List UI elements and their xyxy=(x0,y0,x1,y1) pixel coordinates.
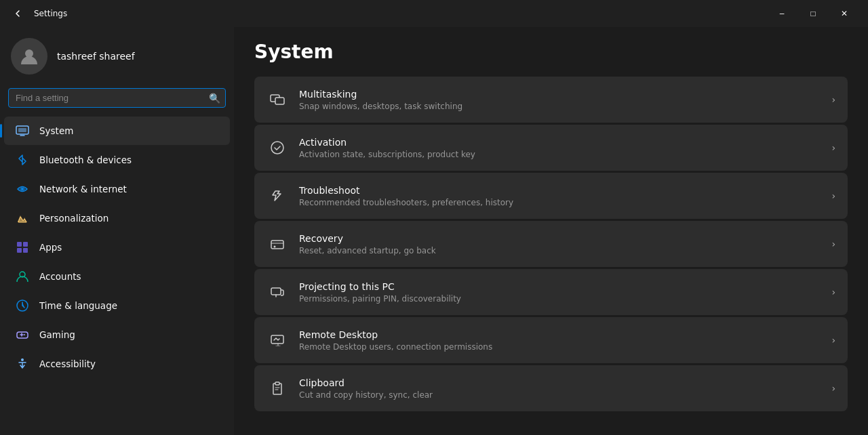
svg-point-17 xyxy=(274,246,276,248)
svg-point-15 xyxy=(271,142,283,154)
page-title: System xyxy=(254,41,848,63)
sidebar-item-label-accessibility: Accessibility xyxy=(39,358,96,369)
search-box: 🔍 xyxy=(8,88,226,108)
chevron-icon: › xyxy=(831,383,835,394)
multitasking-title: Multitasking xyxy=(299,89,826,100)
settings-list: Multitasking Snap windows, desktops, tas… xyxy=(254,77,848,411)
chevron-icon: › xyxy=(831,335,835,346)
sidebar-item-label-apps: Apps xyxy=(39,242,62,253)
sidebar-item-label-network: Network & internet xyxy=(39,184,127,194)
window-controls: – □ ✕ xyxy=(766,3,860,24)
remotedesktop-title: Remote Desktop xyxy=(299,329,826,340)
multitasking-icon xyxy=(267,89,288,110)
troubleshoot-subtitle: Recommended troubleshooters, preferences… xyxy=(299,198,826,207)
chevron-icon: › xyxy=(831,287,835,297)
sidebar-item-label-personalization: Personalization xyxy=(39,213,108,224)
settings-item-recovery[interactable]: Recovery Reset, advanced startup, go bac… xyxy=(254,221,848,267)
projecting-subtitle: Permissions, pairing PIN, discoverabilit… xyxy=(299,294,826,304)
svg-point-12 xyxy=(21,358,24,361)
search-input[interactable] xyxy=(8,88,226,108)
user-profile[interactable]: tashreef shareef xyxy=(0,27,234,88)
settings-item-multitasking[interactable]: Multitasking Snap windows, desktops, tas… xyxy=(254,77,848,123)
network-icon xyxy=(15,182,30,196)
activation-subtitle: Activation state, subscriptions, product… xyxy=(299,150,826,159)
projecting-icon xyxy=(267,281,288,303)
clipboard-subtitle: Cut and copy history, sync, clear xyxy=(299,390,826,400)
sidebar: tashreef shareef 🔍 System xyxy=(0,27,234,435)
svg-rect-14 xyxy=(275,98,284,104)
time-icon xyxy=(15,298,30,313)
svg-rect-6 xyxy=(17,248,22,253)
avatar xyxy=(11,38,47,75)
svg-point-11 xyxy=(24,334,25,335)
svg-rect-16 xyxy=(271,241,283,249)
recovery-title: Recovery xyxy=(299,233,826,244)
activation-icon xyxy=(267,137,288,159)
sidebar-item-personalization[interactable]: Personalization xyxy=(4,204,230,232)
sidebar-item-label-accounts: Accounts xyxy=(39,271,81,282)
close-button[interactable]: ✕ xyxy=(829,3,860,24)
troubleshoot-text: Troubleshoot Recommended troubleshooters… xyxy=(299,185,826,207)
clipboard-icon xyxy=(267,377,288,399)
settings-item-troubleshoot[interactable]: Troubleshoot Recommended troubleshooters… xyxy=(254,173,848,219)
sidebar-item-bluetooth[interactable]: Bluetooth & devices xyxy=(4,146,230,174)
sidebar-nav: System Bluetooth & devices xyxy=(0,116,234,379)
title-bar: Settings – □ ✕ xyxy=(0,0,868,27)
sidebar-item-label-system: System xyxy=(39,125,73,136)
gaming-icon xyxy=(15,327,30,342)
remotedesktop-text: Remote Desktop Remote Desktop users, con… xyxy=(299,329,826,352)
remotedesktop-subtitle: Remote Desktop users, connection permiss… xyxy=(299,342,826,352)
clipboard-text: Clipboard Cut and copy history, sync, cl… xyxy=(299,377,826,400)
projecting-title: Projecting to this PC xyxy=(299,281,826,292)
svg-rect-2 xyxy=(18,128,26,132)
search-icon: 🔍 xyxy=(209,93,220,104)
svg-rect-5 xyxy=(23,242,28,247)
title-bar-left: Settings xyxy=(8,4,766,23)
clipboard-title: Clipboard xyxy=(299,377,826,388)
sidebar-item-system[interactable]: System xyxy=(4,117,230,145)
svg-rect-4 xyxy=(17,242,22,247)
sidebar-item-time[interactable]: Time & language xyxy=(4,291,230,320)
multitasking-subtitle: Snap windows, desktops, task switching xyxy=(299,102,826,111)
system-icon xyxy=(15,123,30,138)
remotedesktop-icon xyxy=(267,329,288,351)
chevron-icon: › xyxy=(831,94,835,105)
settings-item-projecting[interactable]: Projecting to this PC Permissions, pairi… xyxy=(254,269,848,315)
settings-item-clipboard[interactable]: Clipboard Cut and copy history, sync, cl… xyxy=(254,365,848,411)
accessibility-icon xyxy=(15,356,30,371)
sidebar-item-label-bluetooth: Bluetooth & devices xyxy=(39,154,132,165)
sidebar-item-accounts[interactable]: Accounts xyxy=(4,262,230,291)
chevron-icon: › xyxy=(831,142,835,153)
sidebar-item-apps[interactable]: Apps xyxy=(4,233,230,262)
svg-rect-18 xyxy=(271,288,281,295)
settings-item-activation[interactable]: Activation Activation state, subscriptio… xyxy=(254,125,848,171)
maximize-button[interactable]: □ xyxy=(797,3,829,24)
sidebar-item-label-gaming: Gaming xyxy=(39,329,75,340)
minimize-button[interactable]: – xyxy=(766,3,797,24)
multitasking-text: Multitasking Snap windows, desktops, tas… xyxy=(299,89,826,111)
troubleshoot-icon xyxy=(267,185,288,207)
back-button[interactable] xyxy=(8,4,27,23)
settings-item-remotedesktop[interactable]: Remote Desktop Remote Desktop users, con… xyxy=(254,317,848,363)
recovery-subtitle: Reset, advanced startup, go back xyxy=(299,246,826,255)
chevron-icon: › xyxy=(831,190,835,201)
main-layout: tashreef shareef 🔍 System xyxy=(0,27,868,435)
apps-icon xyxy=(15,240,30,255)
sidebar-item-label-time: Time & language xyxy=(39,300,117,311)
projecting-text: Projecting to this PC Permissions, pairi… xyxy=(299,281,826,304)
personalization-icon xyxy=(15,211,30,226)
username: tashreef shareef xyxy=(57,51,135,62)
troubleshoot-title: Troubleshoot xyxy=(299,185,826,196)
sidebar-item-gaming[interactable]: Gaming xyxy=(4,320,230,349)
bluetooth-icon xyxy=(15,152,30,167)
sidebar-item-accessibility[interactable]: Accessibility xyxy=(4,350,230,378)
chevron-icon: › xyxy=(831,239,835,249)
recovery-icon xyxy=(267,233,288,255)
recovery-text: Recovery Reset, advanced startup, go bac… xyxy=(299,233,826,255)
content-area: System Multitasking Snap windows, deskto… xyxy=(234,27,868,435)
app-title: Settings xyxy=(34,9,67,18)
accounts-icon xyxy=(15,269,30,284)
activation-title: Activation xyxy=(299,137,826,148)
activation-text: Activation Activation state, subscriptio… xyxy=(299,137,826,159)
sidebar-item-network[interactable]: Network & internet xyxy=(4,175,230,203)
